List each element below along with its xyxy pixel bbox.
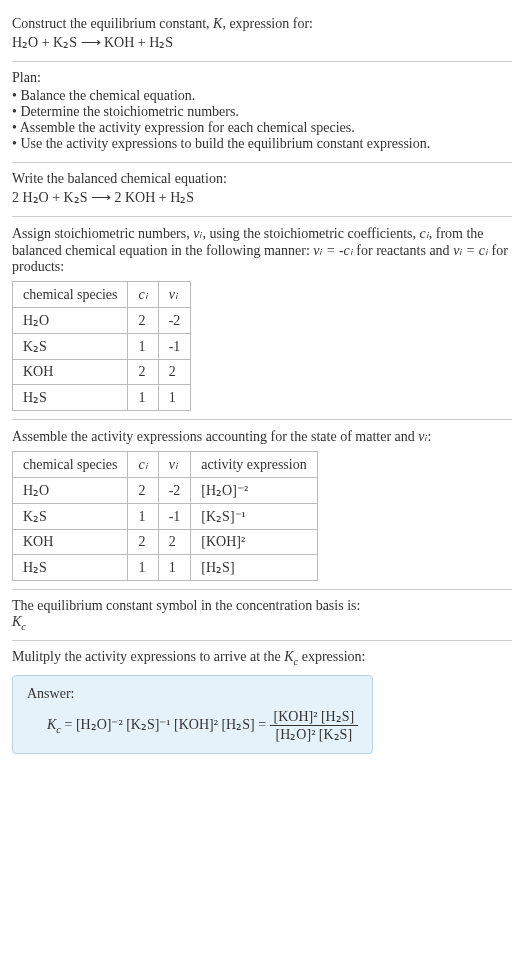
- table-row: H₂S 1 1: [13, 385, 191, 411]
- plan-item-text: Balance the chemical equation.: [20, 88, 195, 103]
- kc-k: K: [284, 649, 293, 664]
- answer-box: Answer: Kc = [H₂O]⁻² [K₂S]⁻¹ [KOH]² [H₂S…: [12, 675, 373, 754]
- cell-species: KOH: [13, 530, 128, 555]
- table-row: KOH 2 2 [KOH]²: [13, 530, 318, 555]
- multiply-text: Mulitply the activity expressions to arr…: [12, 649, 512, 667]
- cell-nu: 1: [158, 385, 191, 411]
- cell-nu: 2: [158, 360, 191, 385]
- activity-intro: Assemble the activity expressions accoun…: [12, 428, 512, 445]
- kc-k: K: [47, 716, 56, 731]
- stoich-table: chemical species cᵢ νᵢ H₂O 2 -2 K₂S 1 -1…: [12, 281, 191, 411]
- table-row: H₂O 2 -2 [H₂O]⁻²: [13, 478, 318, 504]
- rel-products: νᵢ = cᵢ: [453, 243, 488, 258]
- cell-nu: -1: [158, 504, 191, 530]
- plan-title: Plan:: [12, 70, 512, 86]
- cell-act: [KOH]²: [191, 530, 317, 555]
- stoich-intro-text: , using the stoichiometric coefficients,: [202, 226, 419, 241]
- activity-section: Assemble the activity expressions accoun…: [12, 420, 512, 590]
- rel-reactants: νᵢ = -cᵢ: [313, 243, 353, 258]
- symbol-section: The equilibrium constant symbol in the c…: [12, 590, 512, 641]
- activity-intro-text: :: [428, 429, 432, 444]
- cell-species: H₂O: [13, 478, 128, 504]
- balanced-equation: 2 H₂O + K₂S ⟶ 2 KOH + H₂S: [12, 189, 512, 206]
- plan-item-text: Assemble the activity expression for eac…: [20, 120, 355, 135]
- kc-expression: Kc = [H₂O]⁻² [K₂S]⁻¹ [KOH]² [H₂S] = [KOH…: [27, 708, 358, 743]
- kc-sub: c: [21, 621, 26, 632]
- cell-nu: -2: [158, 308, 191, 334]
- cell-ci: 2: [128, 530, 158, 555]
- col-ci: cᵢ: [128, 282, 158, 308]
- table-row: K₂S 1 -1: [13, 334, 191, 360]
- plan-item: • Assemble the activity expression for e…: [12, 120, 512, 136]
- nu-symbol: νᵢ: [418, 429, 427, 444]
- prompt-text: Construct the equilibrium constant,: [12, 16, 213, 31]
- table-row: H₂S 1 1 [H₂S]: [13, 555, 318, 581]
- cell-act: [H₂S]: [191, 555, 317, 581]
- prompt-text2: , expression for:: [222, 16, 313, 31]
- kc-symbol: Kc: [12, 614, 512, 632]
- prompt-k-symbol: K: [213, 16, 222, 31]
- kc-denominator: [H₂O]² [K₂S]: [270, 726, 359, 743]
- cell-nu: 2: [158, 530, 191, 555]
- cell-species: KOH: [13, 360, 128, 385]
- kc-eq: = [H₂O]⁻² [K₂S]⁻¹ [KOH]² [H₂S] =: [61, 716, 270, 731]
- cell-ci: 1: [128, 555, 158, 581]
- table-header-row: chemical species cᵢ νᵢ activity expressi…: [13, 452, 318, 478]
- balanced-title: Write the balanced chemical equation:: [12, 171, 512, 187]
- cell-species: H₂O: [13, 308, 128, 334]
- cell-ci: 1: [128, 504, 158, 530]
- balanced-section: Write the balanced chemical equation: 2 …: [12, 163, 512, 217]
- col-act: activity expression: [191, 452, 317, 478]
- table-row: K₂S 1 -1 [K₂S]⁻¹: [13, 504, 318, 530]
- cell-nu: 1: [158, 555, 191, 581]
- cell-act: [H₂O]⁻²: [191, 478, 317, 504]
- plan-item-text: Determine the stoichiometric numbers.: [20, 104, 239, 119]
- stoich-intro-text: Assign stoichiometric numbers,: [12, 226, 193, 241]
- cell-nu: -1: [158, 334, 191, 360]
- cell-act: [K₂S]⁻¹: [191, 504, 317, 530]
- activity-intro-text: Assemble the activity expressions accoun…: [12, 429, 418, 444]
- table-row: KOH 2 2: [13, 360, 191, 385]
- cell-ci: 2: [128, 308, 158, 334]
- cell-ci: 2: [128, 360, 158, 385]
- plan-item: • Use the activity expressions to build …: [12, 136, 512, 152]
- symbol-text: The equilibrium constant symbol in the c…: [12, 598, 512, 614]
- prompt-line: Construct the equilibrium constant, K, e…: [12, 16, 512, 32]
- cell-species: H₂S: [13, 555, 128, 581]
- answer-label: Answer:: [27, 686, 358, 702]
- kc-numerator: [KOH]² [H₂S]: [270, 708, 359, 726]
- kc-k: K: [12, 614, 21, 629]
- table-header-row: chemical species cᵢ νᵢ: [13, 282, 191, 308]
- cell-nu: -2: [158, 478, 191, 504]
- multiply-section: Mulitply the activity expressions to arr…: [12, 641, 512, 762]
- cell-species: K₂S: [13, 504, 128, 530]
- cell-ci: 1: [128, 385, 158, 411]
- prompt-section: Construct the equilibrium constant, K, e…: [12, 8, 512, 62]
- plan-item: • Balance the chemical equation.: [12, 88, 512, 104]
- plan-item-text: Use the activity expressions to build th…: [20, 136, 430, 151]
- col-ci: cᵢ: [128, 452, 158, 478]
- activity-table: chemical species cᵢ νᵢ activity expressi…: [12, 451, 318, 581]
- cell-species: K₂S: [13, 334, 128, 360]
- col-nu: νᵢ: [158, 282, 191, 308]
- plan-section: Plan: • Balance the chemical equation. •…: [12, 62, 512, 163]
- cell-ci: 1: [128, 334, 158, 360]
- ci-symbol: cᵢ: [420, 226, 429, 241]
- stoich-intro: Assign stoichiometric numbers, νᵢ, using…: [12, 225, 512, 275]
- stoich-section: Assign stoichiometric numbers, νᵢ, using…: [12, 217, 512, 420]
- stoich-intro-text: for reactants and: [353, 243, 453, 258]
- unbalanced-equation: H₂O + K₂S ⟶ KOH + H₂S: [12, 34, 512, 51]
- plan-list: • Balance the chemical equation. • Deter…: [12, 88, 512, 152]
- cell-species: H₂S: [13, 385, 128, 411]
- multiply-text2: expression:: [298, 649, 365, 664]
- table-row: H₂O 2 -2: [13, 308, 191, 334]
- plan-item: • Determine the stoichiometric numbers.: [12, 104, 512, 120]
- col-species: chemical species: [13, 452, 128, 478]
- col-nu: νᵢ: [158, 452, 191, 478]
- col-species: chemical species: [13, 282, 128, 308]
- kc-fraction: [KOH]² [H₂S][H₂O]² [K₂S]: [270, 708, 359, 743]
- cell-ci: 2: [128, 478, 158, 504]
- multiply-text1: Mulitply the activity expressions to arr…: [12, 649, 284, 664]
